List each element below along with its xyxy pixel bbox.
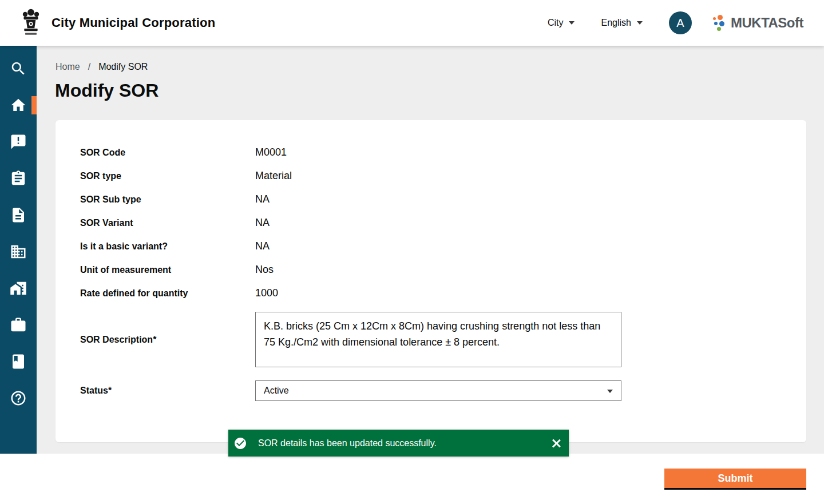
unit-value: Nos — [255, 264, 274, 276]
form-row-sor-code: SOR Code M0001 — [80, 141, 806, 164]
success-toast: SOR details has been updated successfull… — [228, 430, 569, 457]
sor-sub-type-value: NA — [255, 193, 270, 205]
status-selected-value: Active — [264, 386, 289, 396]
search-icon — [10, 60, 27, 77]
sidebar-item-announcement[interactable] — [0, 124, 37, 160]
breadcrumb-separator: / — [88, 62, 90, 72]
status-select[interactable]: Active — [255, 380, 621, 401]
sidebar-item-home[interactable] — [0, 87, 37, 124]
home-work-icon — [10, 280, 27, 297]
language-dropdown-label: English — [601, 18, 631, 28]
action-bar: Submit — [0, 454, 824, 504]
main-content: Home / Modify SOR Modify SOR SOR Code M0… — [37, 46, 824, 454]
sor-details-card: SOR Code M0001 SOR type Material SOR Sub… — [56, 120, 806, 442]
basic-variant-label: Is it a basic variant? — [80, 241, 255, 252]
chevron-down-icon — [607, 390, 613, 393]
form-row-status: Status* Active — [80, 380, 806, 401]
sor-variant-value: NA — [255, 217, 270, 229]
announcement-icon — [10, 133, 27, 150]
sidebar-item-work[interactable] — [0, 307, 37, 343]
muktasoft-logo: MUKTASoft — [712, 15, 803, 31]
city-dropdown-label: City — [548, 18, 564, 28]
description-textarea[interactable]: K.B. bricks (25 Cm x 12Cm x 8Cm) having … — [255, 312, 621, 367]
sor-sub-type-label: SOR Sub type — [80, 195, 255, 205]
breadcrumb-current: Modify SOR — [98, 62, 148, 72]
check-circle-icon — [233, 436, 247, 450]
building-icon — [10, 243, 27, 260]
rate-quantity-value: 1000 — [255, 287, 278, 299]
sidebar — [0, 46, 37, 454]
clipboard-icon — [10, 170, 27, 187]
active-indicator — [31, 96, 37, 114]
national-emblem-logo — [18, 7, 43, 38]
form-row-rate-quantity: Rate defined for quantity 1000 — [80, 281, 806, 305]
muktasoft-dots-icon — [712, 15, 726, 31]
form-row-description: SOR Description* K.B. bricks (25 Cm x 12… — [80, 312, 806, 367]
chevron-down-icon — [637, 21, 643, 25]
briefcase-icon — [10, 316, 27, 334]
sidebar-item-search[interactable] — [0, 50, 37, 87]
description-label: SOR Description* — [80, 335, 255, 345]
basic-variant-value: NA — [255, 240, 270, 252]
user-avatar[interactable]: A — [669, 11, 692, 34]
breadcrumb-home-link[interactable]: Home — [56, 62, 80, 72]
brand-name: MUKTASoft — [731, 15, 803, 31]
chevron-down-icon — [569, 21, 575, 25]
sor-code-label: SOR Code — [80, 148, 255, 158]
sor-type-value: Material — [255, 170, 292, 182]
sor-code-value: M0001 — [255, 146, 287, 158]
unit-label: Unit of measurement — [80, 265, 255, 275]
form-row-basic-variant: Is it a basic variant? NA — [80, 235, 806, 258]
rate-quantity-label: Rate defined for quantity — [80, 288, 255, 299]
form-row-sor-type: SOR type Material — [80, 164, 806, 188]
sidebar-item-organisation[interactable] — [0, 233, 37, 270]
toast-message: SOR details has been updated successfull… — [258, 438, 437, 449]
app-title: City Municipal Corporation — [52, 15, 215, 30]
status-label: Status* — [80, 386, 255, 396]
form-row-sor-variant: SOR Variant NA — [80, 211, 806, 235]
submit-button[interactable]: Submit — [664, 469, 806, 490]
document-icon — [10, 207, 27, 224]
sidebar-item-documents[interactable] — [0, 197, 37, 233]
app-header: City Municipal Corporation City English … — [0, 0, 824, 46]
sidebar-item-ledger[interactable] — [0, 343, 37, 380]
language-dropdown[interactable]: English — [601, 18, 642, 28]
form-row-sor-sub-type: SOR Sub type NA — [80, 188, 806, 211]
help-icon — [10, 390, 27, 407]
sidebar-item-assignments[interactable] — [0, 160, 37, 197]
close-icon[interactable] — [550, 438, 562, 449]
page-title: Modify SOR — [55, 80, 159, 101]
sidebar-item-help[interactable] — [0, 380, 37, 416]
form-row-unit: Unit of measurement Nos — [80, 258, 806, 281]
sor-type-label: SOR type — [80, 171, 255, 181]
breadcrumb: Home / Modify SOR — [56, 62, 148, 72]
home-icon — [10, 97, 27, 114]
sor-variant-label: SOR Variant — [80, 218, 255, 228]
sidebar-item-home-work[interactable] — [0, 270, 37, 307]
book-icon — [10, 353, 27, 370]
city-dropdown[interactable]: City — [548, 18, 575, 28]
emblem-icon — [19, 8, 42, 38]
